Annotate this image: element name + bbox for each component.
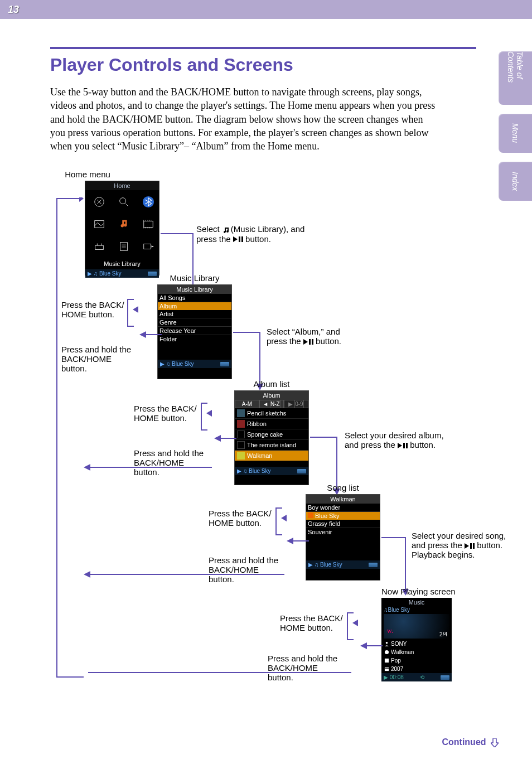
arrow-back-from-np [360, 642, 383, 649]
svg-rect-4 [144, 221, 153, 228]
svg-rect-10 [385, 668, 389, 671]
lib-item-artist: Artist [158, 310, 231, 318]
arrow-hold-4 [84, 669, 351, 676]
svg-rect-6 [120, 243, 128, 251]
battery-icon [297, 469, 306, 473]
song-item-0: Boy wonder [306, 504, 380, 512]
side-tabs: Table of Contents Menu Index [499, 51, 532, 201]
album-item-4: Walkman [235, 451, 308, 461]
bluetooth-icon [141, 195, 156, 209]
hold-caption-3: Press and hold the BACK/HOME button. [209, 555, 287, 584]
music-icon [117, 217, 131, 231]
step4-text: Select your desired song, and press the … [412, 531, 512, 559]
battery-icon [369, 563, 378, 567]
hold-caption-1: Press and hold the BACK/HOME button. [61, 345, 139, 373]
library-title: Music Library [158, 285, 231, 294]
np-artist: SONY [381, 640, 452, 648]
shuffle-icon [92, 195, 107, 209]
lib-item-folder: Folder [158, 335, 231, 343]
album-tabs: A-M◄ N-Z▶ 0-9 [235, 400, 308, 408]
now-playing-caption: Now Playing screen [381, 587, 471, 596]
album-title: Album [235, 391, 308, 400]
play-pause-icon [233, 236, 243, 243]
home-screen: Home Music Library ▶ ♫ Blue Sky [85, 181, 159, 275]
play-pause-icon [465, 543, 475, 549]
arrow-back-from-album [214, 435, 236, 442]
arrow-back-1 [133, 306, 139, 313]
np-artwork: w.2/4 [384, 614, 449, 639]
home-title: Home [85, 181, 159, 190]
home-menu-caption: Home menu [50, 170, 125, 179]
tab-index[interactable]: Index [499, 162, 532, 201]
svg-rect-7 [144, 244, 151, 249]
step1-text: Select (Music Library), and press the bu… [196, 224, 308, 243]
np-song: Blue Sky [388, 607, 410, 613]
back-caption-2: Press the BACK/ HOME button. [134, 404, 201, 423]
song-item-3: Souvenir [306, 528, 380, 536]
song-screen: Walkman Boy wonder Blue Sky Grassy field… [306, 494, 380, 581]
album-item-3: The remote island [235, 440, 308, 451]
lib-np: Blue Sky [172, 361, 194, 367]
video-icon [141, 217, 156, 231]
step3-text: Select your desired album, and press the… [345, 431, 451, 449]
settings-icon [92, 239, 107, 254]
back-caption-4: Press the BACK/ HOME button. [280, 613, 347, 632]
nowplaying-screen: Music ♫Blue Sky w.2/4 SONY Walkman Pop 2… [381, 598, 452, 680]
battery-icon [148, 272, 157, 276]
arrow-hold-2 [84, 464, 212, 471]
np-time: 00:08 [390, 674, 404, 680]
album-item-2: Sponge cake [235, 429, 308, 440]
svg-point-1 [120, 198, 126, 204]
title-rule [50, 47, 476, 49]
arrow-hold-3 [84, 571, 284, 578]
battery-icon [441, 675, 449, 680]
song-np: Blue Sky [320, 562, 342, 568]
np-year: 2007 [381, 665, 452, 673]
photo-icon [92, 217, 107, 231]
tab-toc[interactable]: Table of Contents [499, 51, 532, 105]
lib-item-genre: Genre [158, 318, 231, 327]
library-caption: Music Library [157, 273, 232, 283]
lib-item-year: Release Year [158, 327, 231, 335]
navigation-diagram: Home menu Home Music Library ▶ ♫ Blue Sk… [50, 170, 476, 705]
search-icon [117, 195, 131, 209]
bracket-3 [275, 507, 282, 535]
song-item-2: Grassy field [306, 520, 380, 528]
page-title: Player Controls and Screens [50, 55, 476, 75]
step2-text: Select “Album,” and press the button. [267, 327, 345, 346]
play-pause-icon [303, 339, 313, 345]
bracket-2 [201, 403, 207, 431]
album-list-caption: Album list [234, 379, 309, 389]
intro-text: Use the 5-way button and the BACK/HOME b… [50, 85, 441, 153]
hold-caption-4: Press and hold the BACK/HOME button. [268, 654, 346, 682]
back-arrow-path [50, 197, 84, 683]
continued-label: Continued [442, 737, 499, 747]
np-counter: 2/4 [439, 631, 447, 637]
svg-rect-5 [95, 246, 104, 250]
lib-item-all: All Songs [158, 294, 231, 302]
top-bar: 13 [0, 0, 532, 19]
continue-arrow-icon [491, 738, 499, 747]
tab-menu[interactable]: Menu [499, 114, 532, 153]
song-list-caption: Song list [306, 483, 380, 492]
np-genre: Pop [381, 656, 452, 665]
bracket-1 [127, 299, 134, 327]
music-icon-inline [222, 226, 231, 234]
library-screen: Music Library All Songs Album Artist Gen… [157, 284, 232, 379]
back-caption-1: Press the BACK/ HOME button. [61, 300, 128, 319]
back-caption-3: Press the BACK/ HOME button. [209, 509, 275, 528]
home-selected-label: Music Library [85, 258, 159, 269]
lib-item-album: Album [158, 302, 231, 310]
svg-rect-9 [385, 659, 389, 663]
arrow-back-3 [281, 515, 288, 521]
song-item-1: Blue Sky [306, 512, 380, 520]
arrow-back-4 [352, 620, 359, 626]
song-title: Walkman [306, 495, 380, 504]
album-item-0: Pencil sketchs [235, 408, 308, 419]
album-np: Blue Sky [249, 468, 270, 474]
np-album: Walkman [381, 648, 452, 656]
play-pause-icon [398, 443, 408, 449]
np-title: Music [381, 598, 452, 607]
battery-icon [220, 362, 229, 366]
arrow-back-from-lib [139, 331, 162, 338]
